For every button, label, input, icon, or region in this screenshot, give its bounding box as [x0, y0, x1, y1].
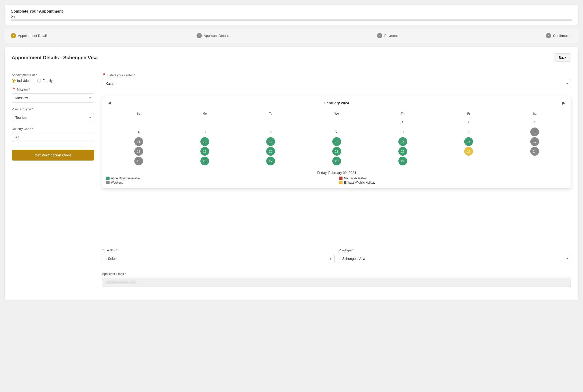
time-slot-label: Time Slot * — [102, 248, 335, 252]
calendar-day[interactable]: 2 — [464, 118, 473, 126]
legend-item: Appointment Available — [106, 176, 334, 180]
center-label: 📍 Select your center * — [102, 73, 571, 77]
calendar-day[interactable]: 17 — [530, 137, 539, 146]
radio-individual[interactable]: Individual — [12, 79, 31, 82]
radio-circle-family — [37, 79, 41, 82]
calendar-prev-button[interactable]: ◀ — [106, 100, 113, 106]
step-label-appointment: Appointment Details — [18, 34, 48, 38]
card-header: Appointment Details - Schengen Visa Back — [12, 54, 571, 66]
back-button[interactable]: Back — [554, 54, 571, 62]
calendar-day[interactable]: 8 — [398, 128, 407, 136]
form-layout: Appointment For * Individual Family — [12, 73, 571, 292]
calendar-day[interactable]: 18 — [134, 147, 143, 156]
card-title: Appointment Details - Schengen Visa — [12, 55, 98, 60]
calendar-day[interactable]: 10 — [530, 128, 539, 136]
progress-label: 0% — [11, 15, 572, 18]
step-icon-appointment: ✓ — [11, 33, 16, 38]
legend-item: Embassy/Public Holiday — [339, 181, 567, 184]
form-right: 📍 Select your center * Kazan Appointment… — [102, 73, 571, 292]
step-icon-confirmation: ✓ — [546, 33, 551, 38]
step-label-applicant: Applicant Details — [204, 34, 229, 38]
calendar-day[interactable]: 25 — [134, 157, 143, 166]
calendar-day[interactable]: 23 — [464, 147, 473, 156]
step-icon-applicant: ✓ — [196, 33, 202, 38]
calendar-day-header: Th — [370, 111, 435, 117]
step-icon-payment: ✓ — [377, 33, 382, 38]
applicant-email-input[interactable] — [102, 278, 571, 287]
calendar-day[interactable]: 20 — [266, 147, 275, 156]
calendar-day-header: Fr — [436, 111, 502, 117]
mission-group: 📍 Mission * Moscow — [12, 88, 94, 102]
visa-type-group: VisaType * Schengen Visa — [339, 248, 571, 263]
legend-label: Weekend — [111, 181, 123, 184]
applicant-email-group: Applicant Email * — [102, 272, 571, 287]
calendar-day[interactable]: 11 — [134, 137, 143, 146]
calendar-day[interactable]: 21 — [332, 147, 341, 156]
location-icon-mission: 📍 — [12, 88, 16, 91]
step-appointment-details[interactable]: ✓ Appointment Details — [11, 33, 48, 38]
calendar-day[interactable]: 24 — [530, 147, 539, 156]
step-confirmation[interactable]: ✓ Confirmation — [546, 33, 572, 38]
calendar-day[interactable]: 26 — [200, 157, 209, 166]
radio-family[interactable]: Family — [37, 79, 52, 82]
calendar-popup: ◀ February 2024 ▶ SuMoTuWeThFrSa12345678… — [102, 97, 571, 188]
calendar-day-header: Tu — [238, 111, 303, 117]
calendar-day[interactable]: 29 — [398, 157, 407, 166]
calendar-body: SuMoTuWeThFrSa12345678910111213141516171… — [102, 108, 571, 168]
legend-label: Embassy/Public Holiday — [344, 181, 375, 184]
calendar-day[interactable]: 6 — [266, 128, 275, 136]
steps-bar: ✓ Appointment Details ✓ Applicant Detail… — [5, 29, 578, 43]
visa-type-select[interactable]: Schengen Visa — [339, 254, 571, 263]
page-title: Complete Your Appointment — [11, 9, 572, 14]
calendar-next-button[interactable]: ▶ — [560, 100, 567, 106]
calendar-day-header: We — [304, 111, 369, 117]
individual-label: Individual — [17, 79, 31, 82]
time-slot-select-wrapper: --Select-- — [102, 254, 335, 263]
calendar-day[interactable]: 28 — [332, 157, 341, 166]
time-slot-select[interactable]: --Select-- — [102, 254, 335, 263]
calendar-day[interactable]: 13 — [266, 137, 275, 146]
calendar-day[interactable]: 5 — [200, 128, 209, 136]
calendar-day — [266, 118, 275, 126]
calendar-month-label: February 2024 — [324, 101, 349, 105]
calendar-day[interactable]: 9 — [464, 128, 473, 136]
step-applicant-details[interactable]: ✓ Applicant Details — [196, 33, 229, 38]
appointment-for-label: Appointment For * — [12, 73, 94, 77]
radio-circle-individual — [12, 79, 16, 82]
calendar-day — [464, 157, 473, 166]
calendar-day[interactable]: 15 — [398, 137, 407, 146]
country-code-group: Country Code * — [12, 127, 94, 142]
progress-bar-track — [11, 20, 572, 21]
visa-subtype-label: Visa SubType * — [12, 107, 94, 111]
mission-select[interactable]: Moscow — [12, 93, 94, 102]
legend-item: Weekend — [106, 181, 334, 184]
calendar-day[interactable]: 14 — [332, 137, 341, 146]
mission-select-wrapper: Moscow — [12, 93, 94, 102]
calendar-day[interactable]: 22 — [398, 147, 407, 156]
calendar-day[interactable]: 7 — [332, 128, 341, 136]
selected-date-text: Friday, February 09, 2024 — [102, 168, 571, 176]
radio-group: Individual Family — [12, 79, 94, 82]
calendar-day[interactable]: 27 — [266, 157, 275, 166]
calendar-day[interactable]: 12 — [200, 137, 209, 146]
family-label: Family — [42, 79, 52, 82]
progress-bar-section: Complete Your Appointment 0% — [5, 5, 578, 25]
legend-dot — [106, 176, 110, 180]
calendar-legend: Appointment AvailableNo Slot AvailableWe… — [102, 176, 571, 184]
calendar-day[interactable]: 16 — [464, 137, 473, 146]
calendar-day — [332, 118, 341, 126]
center-select-wrapper: Kazan — [102, 79, 571, 88]
legend-dot — [339, 176, 342, 180]
calendar-day[interactable]: 1 — [398, 118, 407, 126]
step-payment[interactable]: ✓ Payment — [377, 33, 398, 38]
calendar-day[interactable]: 3 — [530, 118, 539, 126]
country-code-label: Country Code * — [12, 127, 94, 131]
mission-label: 📍 Mission * — [12, 88, 94, 91]
applicant-email-label: Applicant Email * — [102, 272, 571, 276]
visa-subtype-select[interactable]: Tourism — [12, 113, 94, 122]
country-code-input[interactable] — [12, 132, 94, 142]
center-select[interactable]: Kazan — [102, 79, 571, 88]
get-verification-code-button[interactable]: Get Verification Code — [12, 150, 94, 160]
calendar-day[interactable]: 19 — [200, 147, 209, 156]
calendar-day[interactable]: 4 — [134, 128, 143, 136]
